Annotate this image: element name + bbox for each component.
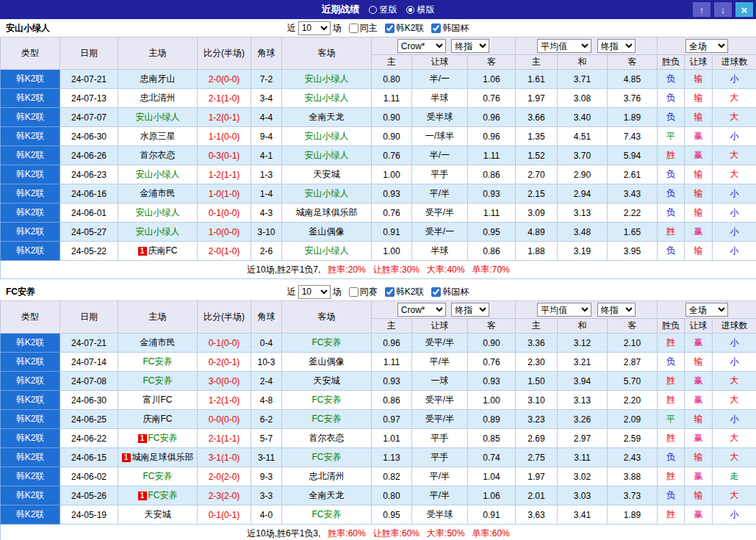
home-team-cell: FC安养 bbox=[118, 372, 198, 391]
handicap-result-cell: 赢 bbox=[685, 223, 713, 242]
home-team-label: 城南足球俱乐部 bbox=[132, 452, 194, 462]
home-team-cell: 忠南牙山 bbox=[118, 70, 198, 89]
odds-away-cell: 0.85 bbox=[468, 429, 516, 448]
odds-away-cell: 1.06 bbox=[468, 70, 516, 89]
horizontal-radio[interactable] bbox=[406, 6, 414, 14]
goals-cell: 大 bbox=[713, 165, 756, 184]
corner-cell: 5-7 bbox=[251, 429, 282, 448]
odds-home-cell: 0.96 bbox=[372, 334, 412, 353]
korea-cup-checkbox[interactable] bbox=[431, 287, 441, 297]
avg-stage-select[interactable]: 终指 bbox=[597, 39, 636, 53]
handicap-result-cell: 输 bbox=[685, 89, 713, 108]
scope-group-header: 全场 bbox=[658, 37, 756, 55]
goals-cell: 小 bbox=[713, 505, 756, 525]
avg-draw-cell: 3.13 bbox=[558, 204, 608, 223]
korea-cup-checkbox[interactable] bbox=[431, 24, 441, 33]
team-section: FC安养 近 10 场 同赛 韩K2联 韩国杯 bbox=[0, 283, 756, 540]
away-team-label: FC安养 bbox=[312, 452, 342, 462]
odds-away-cell: 0.74 bbox=[468, 448, 516, 467]
average-select[interactable]: 平均值 bbox=[537, 303, 591, 317]
close-button[interactable]: × bbox=[735, 2, 753, 17]
league-cell: 韩K2联 bbox=[1, 70, 60, 89]
odds-handicap-cell: 受平/半 bbox=[412, 410, 468, 429]
away-team-cell: 城南足球俱乐部 bbox=[282, 204, 372, 223]
col-avg-away: 客 bbox=[608, 55, 658, 70]
rate-text: 胜率:20% bbox=[328, 264, 365, 275]
match-count-select[interactable]: 10 bbox=[298, 285, 331, 299]
home-team-label: 安山小绿人 bbox=[136, 112, 180, 122]
odds-away-cell: 1.11 bbox=[468, 146, 516, 165]
odds-away-cell: 0.95 bbox=[468, 223, 516, 242]
avg-stage-select[interactable]: 终指 bbox=[597, 303, 636, 317]
same-checkbox[interactable] bbox=[349, 24, 359, 33]
match-row: 韩K2联24-07-07安山小绿人1-2(0-1)4-4全南天龙0.90受半球0… bbox=[1, 108, 756, 127]
handicap-result-cell: 赢 bbox=[685, 505, 713, 525]
away-team-cell: FC安养 bbox=[282, 448, 372, 467]
date-cell: 24-06-23 bbox=[60, 165, 118, 184]
k2-league-filter[interactable]: 韩K2联 bbox=[385, 22, 425, 35]
move-up-button[interactable]: ↑ bbox=[693, 2, 710, 17]
odds-away-cell: 1.06 bbox=[468, 486, 516, 505]
odds-handicap-cell: 平/半 bbox=[412, 184, 468, 204]
result-cell: 平 bbox=[658, 410, 685, 429]
scope-select[interactable]: 全场 bbox=[685, 303, 728, 317]
odds-stage-select[interactable]: 终指 bbox=[451, 39, 489, 53]
average-select[interactable]: 平均值 bbox=[537, 39, 591, 53]
bookmaker-select[interactable]: Crow* bbox=[397, 303, 446, 317]
home-team-label: 水原三星 bbox=[140, 131, 176, 141]
avg-away-cell: 2.10 bbox=[608, 334, 658, 353]
home-team-label: 首尔衣恋 bbox=[140, 150, 176, 160]
same-filter[interactable]: 同赛 bbox=[349, 286, 378, 298]
vertical-radio[interactable] bbox=[369, 6, 377, 14]
avg-away-cell: 2.20 bbox=[608, 391, 658, 410]
odds-away-cell: 0.76 bbox=[468, 353, 516, 372]
away-team-label: 釜山偶像 bbox=[309, 356, 345, 367]
home-team-label: 忠北清州 bbox=[140, 93, 176, 103]
date-cell: 24-07-13 bbox=[60, 89, 118, 108]
handicap-result-cell: 输 bbox=[685, 184, 713, 204]
away-team-cell: FC安养 bbox=[282, 505, 372, 525]
score-cell: 1-2(1-1) bbox=[198, 165, 251, 184]
avg-home-cell: 1.52 bbox=[516, 146, 558, 165]
avg-home-cell: 3.63 bbox=[516, 505, 558, 525]
date-cell: 24-07-07 bbox=[60, 108, 118, 127]
layout-horizontal-option[interactable]: 横版 bbox=[406, 4, 435, 16]
k2-league-checkbox[interactable] bbox=[385, 24, 395, 33]
match-count-select[interactable]: 10 bbox=[298, 21, 331, 35]
match-row: 韩K2联24-07-21金浦市民0-1(0-0)0-4FC安养0.96受平/半0… bbox=[1, 334, 756, 353]
same-filter[interactable]: 同主 bbox=[349, 22, 378, 35]
korea-cup-filter[interactable]: 韩国杯 bbox=[431, 286, 469, 298]
k2-league-label: 韩K2联 bbox=[396, 286, 425, 298]
handicap-result-cell: 输 bbox=[685, 70, 713, 89]
date-cell: 24-06-25 bbox=[60, 410, 118, 429]
avg-away-cell: 4.85 bbox=[608, 70, 658, 89]
section-controls: FC安养 近 10 场 同赛 韩K2联 韩国杯 bbox=[0, 283, 756, 300]
odds-away-cell: 0.89 bbox=[468, 410, 516, 429]
col-type: 类型 bbox=[1, 37, 60, 70]
home-team-label: 安山小绿人 bbox=[136, 226, 180, 237]
home-team-label: 庆南FC bbox=[143, 414, 173, 424]
avg-draw-cell: 3.19 bbox=[558, 242, 608, 261]
away-team-label: 忠北清州 bbox=[309, 471, 345, 481]
same-filter-label: 同主 bbox=[360, 22, 378, 35]
k2-league-filter[interactable]: 韩K2联 bbox=[385, 286, 425, 298]
goals-cell: 小 bbox=[713, 223, 756, 242]
result-cell: 负 bbox=[658, 165, 685, 184]
k2-league-checkbox[interactable] bbox=[385, 287, 395, 297]
avg-group-header: 平均值 终指 bbox=[516, 301, 658, 319]
avg-draw-cell: 2.90 bbox=[558, 165, 608, 184]
away-team-label: FC安养 bbox=[312, 337, 342, 348]
col-odds-away: 客 bbox=[468, 319, 516, 334]
korea-cup-filter[interactable]: 韩国杯 bbox=[431, 22, 469, 35]
move-down-button[interactable]: ↓ bbox=[714, 2, 732, 17]
match-row: 韩K2联24-06-25庆南FC0-0(0-0)6-2FC安养0.97受平/半0… bbox=[1, 410, 756, 429]
scope-select[interactable]: 全场 bbox=[685, 39, 728, 53]
odds-stage-select[interactable]: 终指 bbox=[451, 303, 489, 317]
home-team-label: 安山小绿人 bbox=[136, 169, 180, 179]
match-row: 韩K2联24-05-19天安城0-1(0-1)4-0FC安养0.95受半球0.9… bbox=[1, 505, 756, 525]
layout-vertical-option[interactable]: 竖版 bbox=[369, 4, 397, 16]
bookmaker-select[interactable]: Crow* bbox=[397, 39, 446, 53]
home-team-label: 忠南牙山 bbox=[140, 73, 176, 84]
same-checkbox[interactable] bbox=[349, 287, 359, 297]
handicap-result-cell: 输 bbox=[685, 353, 713, 372]
